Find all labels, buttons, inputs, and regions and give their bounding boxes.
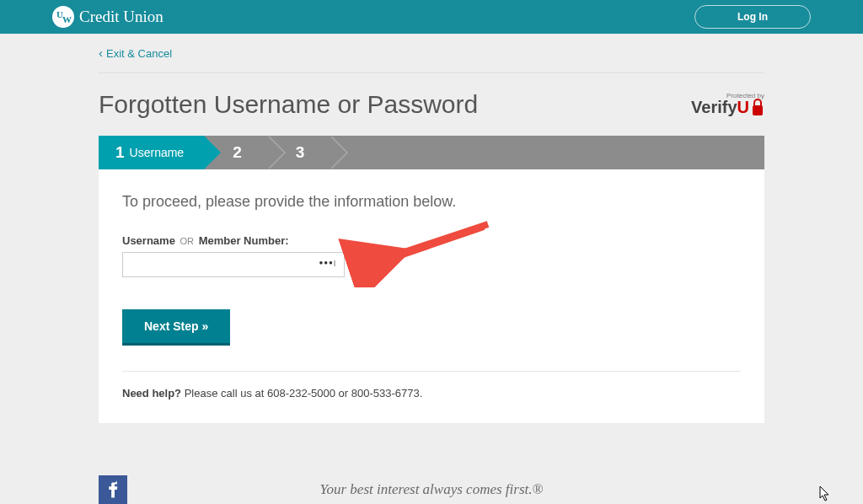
exit-row: Exit & Cancel: [99, 46, 764, 73]
uw-logo-icon: U W: [52, 6, 74, 28]
instruction-text: To proceed, please provide the informati…: [122, 193, 741, 211]
cursor-icon: [819, 485, 831, 502]
step-1: 1 Username: [99, 136, 204, 169]
divider: [122, 371, 741, 372]
brand-name: Credit Union: [79, 8, 163, 26]
verify-badge: Protected by VerifyU: [691, 92, 764, 117]
form-panel: To proceed, please provide the informati…: [99, 169, 764, 423]
step-1-num: 1: [115, 143, 125, 162]
svg-text:W: W: [62, 14, 72, 24]
next-step-button[interactable]: Next Step »: [122, 309, 230, 346]
facebook-icon[interactable]: [99, 475, 127, 504]
page-title: Forgotten Username or Password: [99, 90, 478, 119]
exit-cancel-link[interactable]: Exit & Cancel: [99, 47, 172, 60]
footer-tagline: Your best interest always comes first.®: [127, 481, 736, 498]
brand-logo[interactable]: U W Credit Union: [52, 6, 163, 28]
username-input[interactable]: [122, 252, 345, 277]
footer: Your best interest always comes first.® …: [99, 475, 764, 504]
stepper: 1 Username 2 3: [99, 136, 764, 169]
lock-icon: [751, 99, 764, 117]
arrow-annotation-icon: [336, 220, 505, 287]
top-bar: U W Credit Union Log In: [0, 0, 863, 34]
svg-rect-3: [753, 105, 763, 115]
help-text: Need help? Please call us at 608-232-500…: [122, 387, 741, 399]
verify-brand-text: VerifyU: [691, 98, 749, 117]
step-2-num: 2: [233, 143, 242, 162]
step-3-num: 3: [296, 143, 305, 162]
username-label: Username OR Member Number:: [122, 234, 741, 247]
step-1-label: Username: [130, 146, 185, 159]
login-button[interactable]: Log In: [694, 5, 811, 29]
